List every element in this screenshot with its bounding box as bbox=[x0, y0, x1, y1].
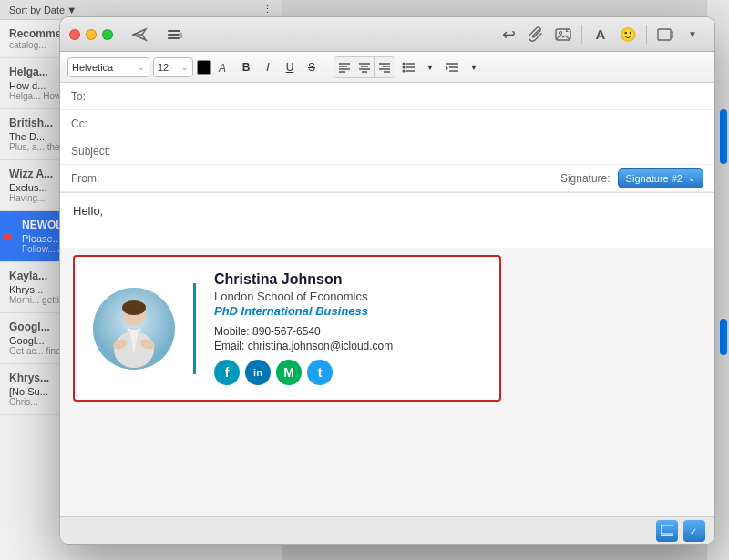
strikethrough-button[interactable]: S bbox=[303, 57, 321, 77]
to-field-row: To: bbox=[60, 83, 714, 110]
list-icon[interactable] bbox=[161, 24, 187, 46]
to-label: To: bbox=[71, 90, 135, 103]
emoji-icon[interactable]: 🙂 bbox=[615, 24, 641, 46]
mobile-value: 890-567-6540 bbox=[252, 325, 321, 338]
sort-arrow[interactable]: ▼ bbox=[67, 5, 77, 15]
greeting-text: Hello, bbox=[73, 204, 103, 218]
signature-avatar bbox=[93, 288, 175, 370]
cc-input[interactable] bbox=[135, 117, 703, 130]
compose-window: ↩ A 🙂 bbox=[59, 16, 715, 545]
email-label: Email: bbox=[214, 340, 244, 352]
maximize-button[interactable] bbox=[102, 29, 113, 40]
underline-button[interactable]: U bbox=[281, 57, 299, 77]
svg-marker-32 bbox=[446, 66, 448, 70]
svg-rect-4 bbox=[168, 37, 180, 39]
italic-button[interactable]: I bbox=[259, 57, 277, 77]
list-controls: ⋮ bbox=[262, 4, 272, 15]
bottom-icon-1[interactable] bbox=[656, 520, 678, 542]
svg-rect-9 bbox=[658, 29, 671, 40]
to-input[interactable] bbox=[135, 90, 703, 103]
more-icon[interactable]: ▼ bbox=[680, 24, 705, 46]
subject-input[interactable] bbox=[135, 145, 703, 158]
auto-font-button[interactable]: A bbox=[215, 57, 233, 77]
from-field-row: From: Signature: Signature #2 ⌄ bbox=[60, 165, 714, 192]
title-bar: ↩ A 🙂 bbox=[60, 17, 714, 52]
font-size-value: 12 bbox=[158, 62, 169, 73]
cc-label: Cc: bbox=[71, 117, 135, 130]
svg-text:✓: ✓ bbox=[690, 526, 697, 536]
signature-name: Christina Johnson bbox=[214, 271, 481, 288]
undo-icon[interactable]: ↩ bbox=[496, 24, 521, 46]
close-button[interactable] bbox=[69, 29, 80, 40]
signature-social: f in M t bbox=[214, 360, 481, 385]
signature-dropdown-arrow: ⌄ bbox=[688, 173, 695, 183]
svg-point-36 bbox=[122, 300, 146, 315]
signature-school: London School of Economics bbox=[214, 290, 481, 303]
bottom-bar: ✓ bbox=[60, 516, 714, 544]
signature-label: Signature: bbox=[560, 172, 611, 185]
font-name: Helvetica bbox=[72, 62, 113, 73]
font-dropdown-arrow: ⌄ bbox=[138, 63, 145, 72]
scroll-bar[interactable] bbox=[720, 109, 727, 164]
list-format-button[interactable] bbox=[399, 57, 417, 77]
toolbar-separator bbox=[581, 25, 582, 44]
subject-field-row: Subject: bbox=[60, 137, 714, 165]
svg-point-8 bbox=[560, 31, 562, 34]
signature-value: Signature #2 bbox=[626, 173, 683, 184]
email-value: christina.johnson@icloud.com bbox=[248, 340, 394, 352]
toolbar-group: ↩ A 🙂 bbox=[496, 24, 705, 46]
cc-field-row: Cc: bbox=[60, 110, 714, 137]
font-icon[interactable]: A bbox=[588, 24, 613, 46]
svg-rect-2 bbox=[168, 30, 180, 32]
svg-rect-40 bbox=[661, 525, 673, 534]
minimize-button[interactable] bbox=[86, 29, 97, 40]
font-size-arrow: ⌄ bbox=[181, 63, 189, 72]
from-label: From: bbox=[71, 172, 135, 185]
media-icon[interactable] bbox=[652, 24, 678, 46]
signature-mobile: Mobile: 890-567-6540 bbox=[214, 325, 481, 338]
align-group bbox=[334, 56, 395, 78]
signature-info: Christina Johnson London School of Econo… bbox=[214, 271, 481, 385]
linkedin-icon[interactable]: in bbox=[245, 360, 271, 385]
font-size-selector[interactable]: 12 ⌄ bbox=[153, 57, 193, 77]
attach-icon[interactable] bbox=[523, 24, 549, 46]
align-left-button[interactable] bbox=[334, 57, 354, 77]
svg-point-24 bbox=[403, 66, 406, 68]
format-bar: Helvetica ⌄ 12 ⌄ A B I U S bbox=[60, 52, 714, 83]
twitter-icon[interactable]: t bbox=[307, 360, 333, 385]
bottom-icon-2[interactable]: ✓ bbox=[683, 520, 705, 542]
align-center-button[interactable] bbox=[354, 57, 375, 77]
indent-button[interactable] bbox=[443, 57, 461, 77]
send-icon[interactable] bbox=[127, 24, 152, 46]
signature-divider bbox=[193, 283, 196, 374]
indent-dropdown-button[interactable]: ▼ bbox=[465, 57, 483, 77]
email-body[interactable]: Hello, bbox=[60, 193, 714, 248]
photo-icon[interactable] bbox=[550, 24, 576, 46]
scroll-bar-2[interactable] bbox=[720, 319, 727, 355]
svg-text:A: A bbox=[218, 62, 226, 74]
toolbar-separator bbox=[646, 25, 647, 44]
header-fields: To: Cc: Subject: From: Signature: Signat… bbox=[60, 83, 714, 193]
traffic-lights bbox=[69, 29, 113, 40]
align-right-button[interactable] bbox=[375, 57, 395, 77]
facebook-icon[interactable]: f bbox=[214, 360, 240, 385]
medium-icon[interactable]: M bbox=[276, 360, 302, 385]
subject-label: Subject: bbox=[71, 145, 135, 158]
font-selector[interactable]: Helvetica ⌄ bbox=[67, 57, 149, 77]
sort-label[interactable]: Sort by Date bbox=[9, 5, 65, 15]
svg-point-25 bbox=[403, 69, 406, 72]
signature-card: Christina Johnson London School of Econo… bbox=[73, 255, 501, 402]
signature-email: Email: christina.johnson@icloud.com bbox=[214, 340, 481, 352]
svg-point-23 bbox=[403, 62, 406, 65]
mobile-label: Mobile: bbox=[214, 325, 250, 338]
list-dropdown-button[interactable]: ▼ bbox=[421, 57, 439, 77]
svg-rect-3 bbox=[168, 34, 180, 36]
text-color-swatch[interactable] bbox=[197, 60, 211, 75]
signature-degree: PhD International Business bbox=[214, 304, 481, 318]
signature-selector[interactable]: Signature #2 ⌄ bbox=[618, 168, 703, 188]
from-input[interactable] bbox=[135, 172, 560, 185]
bold-button[interactable]: B bbox=[237, 57, 255, 77]
